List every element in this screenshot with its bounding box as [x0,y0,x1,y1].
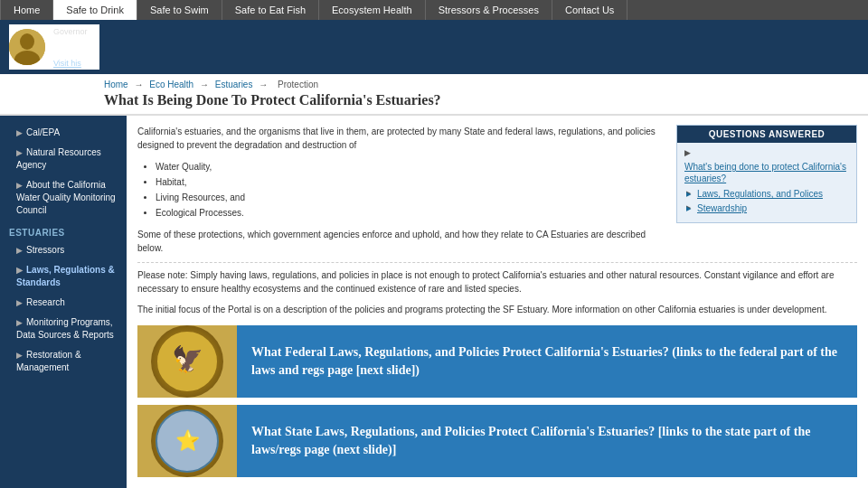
top-navigation: Home Safe to Drink Safe to Swim Safe to … [0,0,868,20]
site-header: Office of the Governor Edmund G. Brown J… [0,20,868,74]
nav-safe-to-eat-fish[interactable]: Safe to Eat Fish [222,0,319,20]
federal-card-text: What Federal Laws, Regulations, and Poli… [237,333,857,389]
arrow-icon: ▶ [16,318,23,327]
svg-text:⭐: ⭐ [175,428,201,453]
bullet-water-quality: Water Quality, [156,159,663,174]
breadcrumb: Home → Eco Health → Estuaries → Protecti… [104,80,859,89]
gov-prefix: Office of the Governor [53,24,99,38]
sidebar-monitoring[interactable]: ▶Monitoring Programs, Data Sources & Rep… [0,313,127,345]
breadcrumb-protection: Protection [278,80,318,89]
arrow-icon: ▶ [16,298,23,307]
gov-name: Edmund G. Brown Jr. [53,38,99,59]
governor-logo: Office of the Governor Edmund G. Brown J… [9,24,99,70]
nav-safe-to-swim[interactable]: Safe to Swim [137,0,222,20]
q-link-stewardship[interactable]: ▶ Stewardship [684,202,849,214]
state-seal-image: ⭐ [137,405,237,477]
sidebar-calepa[interactable]: ▶Cal/EPA [0,123,127,143]
sidebar-about-council[interactable]: ▶About the California Water Quality Moni… [0,175,127,221]
governor-photo [9,29,45,65]
arrow-icon: ▶ [16,266,23,275]
nav-contact-us[interactable]: Contact Us [552,0,627,20]
sidebar-natural-resources[interactable]: ▶Natural Resources Agency [0,143,127,175]
federal-laws-card[interactable]: 🦅 What Federal Laws, Regulations, and Po… [137,325,857,398]
state-laws-card[interactable]: ⭐ What State Laws, Regulations, and Poli… [137,405,857,477]
intro-text: California's estuaries, and the organism… [137,125,663,152]
breadcrumb-sep2: → [200,80,212,89]
q-link-laws[interactable]: ▶ Laws, Regulations, and Polices [684,188,849,200]
questions-answered-box: QUESTIONS ANSWERED ▶ What's being done t… [676,125,857,223]
bullet-habitat: Habitat, [156,174,663,190]
svg-point-1 [20,33,34,50]
q-link-protecting[interactable]: What's being done to protect California'… [684,161,849,184]
arrow-icon: ▶ [16,181,23,190]
bullet-living-resources: Living Resources, and [156,190,663,205]
visit-website-link[interactable]: Visit his Website [53,59,99,70]
page-header: Home → Eco Health → Estuaries → Protecti… [0,74,868,116]
sidebar: ▶Cal/EPA ▶Natural Resources Agency ▶Abou… [0,116,127,488]
questions-box-title: QUESTIONS ANSWERED [677,126,856,143]
arrow-icon: ▶ [16,148,23,157]
sidebar-research[interactable]: ▶Research [0,293,127,313]
nav-stressors[interactable]: Stressors & Processes [426,0,552,20]
arrow-icon: ▶ [16,246,23,255]
breadcrumb-home[interactable]: Home [104,80,128,89]
federal-seal-image: 🦅 [137,325,237,398]
breadcrumb-estuaries[interactable]: Estuaries [215,80,253,89]
bullet-list: Water Quality, Habitat, Living Resources… [156,159,663,221]
portal-text: The initial focus of the Portal is on a … [137,303,857,316]
svg-text:🦅: 🦅 [172,344,203,374]
note-text: Please note: Simply having laws, regulat… [137,262,857,296]
arrow-icon: ▶ [16,128,23,137]
arrow-icon: ▶ [16,351,23,360]
main-content: QUESTIONS ANSWERED ▶ What's being done t… [127,116,868,488]
breadcrumb-sep3: → [259,80,270,89]
sidebar-section-estuaries: ESTUARIES [0,221,127,240]
sidebar-restoration[interactable]: ▶Restoration & Management [0,345,127,378]
state-seal-icon: ⭐ [151,405,223,477]
nav-safe-to-drink[interactable]: Safe to Drink [53,0,137,20]
main-container: ▶Cal/EPA ▶Natural Resources Agency ▶Abou… [0,116,868,488]
federal-seal-icon: 🦅 [151,325,223,398]
sidebar-laws-regulations[interactable]: ▶Laws, Regulations & Standards [0,260,127,293]
page-title: What Is Being Done To Protect California… [104,92,859,108]
sidebar-stressors[interactable]: ▶Stressors [0,240,127,260]
some-protections-text: Some of these protections, which governm… [137,228,663,255]
logo-section: Office of the Governor Edmund G. Brown J… [9,24,113,70]
breadcrumb-sep1: → [134,80,146,89]
breadcrumb-eco-health[interactable]: Eco Health [149,80,193,89]
state-card-text: What State Laws, Regulations, and Polici… [237,412,857,469]
bullet-ecological: Ecological Processes. [156,205,663,221]
nav-home[interactable]: Home [0,0,53,20]
nav-ecosystem-health[interactable]: Ecosystem Health [319,0,426,20]
